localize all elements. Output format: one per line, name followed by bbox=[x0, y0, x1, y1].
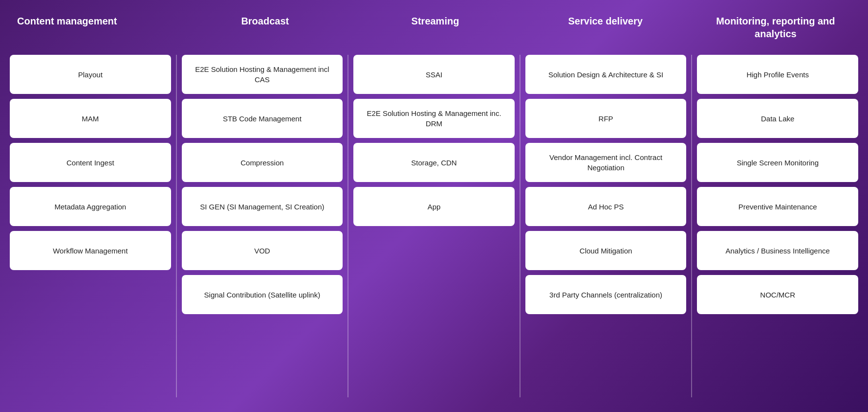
cell-0-4: Workflow Management bbox=[10, 231, 171, 270]
col-header-4: Monitoring, reporting and analytics bbox=[693, 15, 858, 40]
column-1: E2E Solution Hosting & Management incl C… bbox=[176, 55, 343, 397]
cell-1-3: SI GEN (SI Management, SI Creation) bbox=[182, 187, 343, 226]
column-2: SSAIE2E Solution Hosting & Management in… bbox=[347, 55, 515, 397]
cell-3-3: Ad Hoc PS bbox=[525, 187, 687, 226]
cell-0-2: Content Ingest bbox=[10, 143, 171, 182]
column-3: Solution Design & Architecture & SIRFPVe… bbox=[520, 55, 687, 397]
column-0: PlayoutMAMContent IngestMetadata Aggrega… bbox=[10, 55, 171, 397]
cell-2-1: E2E Solution Hosting & Management inc. D… bbox=[353, 99, 515, 138]
cell-0-0: Playout bbox=[10, 55, 171, 94]
cell-2-3: App bbox=[353, 187, 515, 226]
cell-1-1: STB Code Management bbox=[182, 99, 343, 138]
cell-2-2: Storage, CDN bbox=[353, 143, 515, 182]
cell-4-2: Single Screen Monitoring bbox=[697, 143, 858, 182]
cell-1-2: Compression bbox=[182, 143, 343, 182]
cell-0-3: Metadata Aggregation bbox=[10, 187, 171, 226]
cell-3-5: 3rd Party Channels (centralization) bbox=[525, 275, 687, 314]
cell-3-1: RFP bbox=[525, 99, 687, 138]
cell-3-2: Vendor Management incl. Contract Negotia… bbox=[525, 143, 687, 182]
col-header-3: Service delivery bbox=[523, 15, 688, 40]
cell-4-4: Analytics / Business Intelligence bbox=[697, 231, 858, 270]
cell-1-4: VOD bbox=[182, 231, 343, 270]
cell-1-5: Signal Contribution (Satellite uplink) bbox=[182, 275, 343, 314]
cell-2-0: SSAI bbox=[353, 55, 515, 94]
cell-4-3: Preventive Maintenance bbox=[697, 187, 858, 226]
column-4: High Profile EventsData LakeSingle Scree… bbox=[691, 55, 858, 397]
cell-4-1: Data Lake bbox=[697, 99, 858, 138]
col-header-1: Broadcast bbox=[182, 15, 347, 40]
content-row: PlayoutMAMContent IngestMetadata Aggrega… bbox=[10, 55, 858, 397]
header-row: Content managementBroadcastStreamingServ… bbox=[10, 15, 858, 40]
col-header-0: Content management bbox=[10, 15, 177, 40]
cell-3-0: Solution Design & Architecture & SI bbox=[525, 55, 687, 94]
cell-1-0: E2E Solution Hosting & Management incl C… bbox=[182, 55, 343, 94]
col-header-2: Streaming bbox=[352, 15, 518, 40]
cell-4-0: High Profile Events bbox=[697, 55, 858, 94]
page-wrapper: Content managementBroadcastStreamingServ… bbox=[0, 0, 868, 412]
cell-0-1: MAM bbox=[10, 99, 171, 138]
cell-3-4: Cloud Mitigation bbox=[525, 231, 687, 270]
cell-4-5: NOC/MCR bbox=[697, 275, 858, 314]
